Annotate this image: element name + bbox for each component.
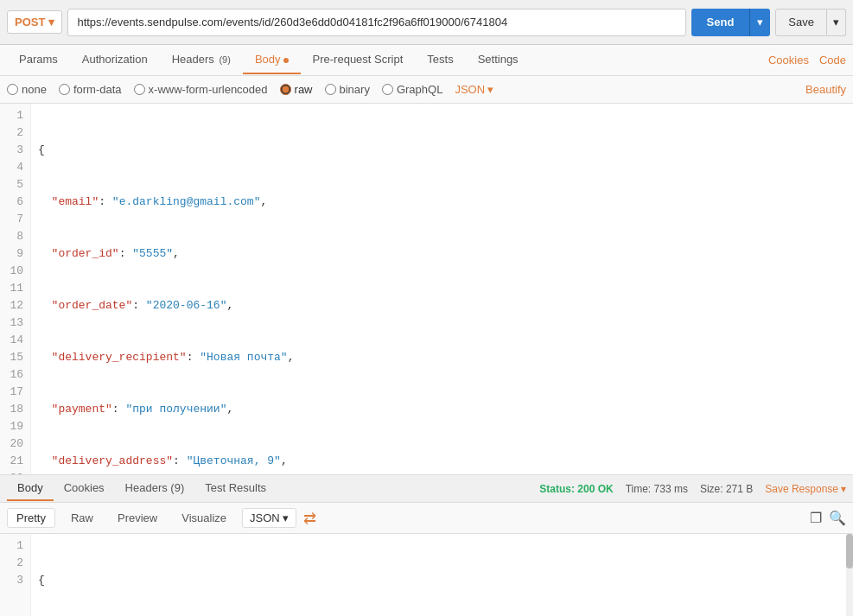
status-info: Status: 200 OK Time: 733 ms Size: 271 B … (539, 483, 846, 495)
body-options-bar: none form-data x-www-form-urlencoded raw… (0, 76, 853, 104)
json-arrow-icon: ▾ (487, 83, 493, 96)
top-bar: POST ▾ Send ▾ Save ▾ (0, 0, 853, 45)
option-form-data[interactable]: form-data (59, 83, 122, 96)
tab-settings[interactable]: Settings (466, 46, 531, 74)
save-button[interactable]: Save (775, 9, 827, 36)
response-body-editor[interactable]: 123 { "result": true } (0, 534, 853, 616)
option-binary[interactable]: binary (325, 83, 370, 96)
cookies-link[interactable]: Cookies (768, 54, 809, 67)
response-time: Time: 733 ms (626, 483, 688, 495)
save-btn-group: Save ▾ (775, 9, 846, 36)
response-preview-btn[interactable]: Preview (109, 509, 166, 527)
line-numbers: 12345 678910 1112131415 1617181920 21222… (0, 104, 31, 475)
save-response-button[interactable]: Save Response ▾ (765, 483, 846, 495)
option-raw[interactable]: raw (280, 83, 313, 96)
response-tab-cookies[interactable]: Cookies (54, 476, 115, 501)
request-body-editor[interactable]: 12345 678910 1112131415 1617181920 21222… (0, 104, 853, 475)
send-btn-group: Send ▾ (691, 9, 771, 36)
option-graphql[interactable]: GraphQL (382, 83, 442, 96)
code-content: { "email": "e.darkling@gmail.com", "orde… (31, 104, 853, 475)
wrap-button[interactable]: ⇄ (303, 509, 316, 528)
tab-right: Cookies Code (768, 54, 846, 67)
response-tab-body[interactable]: Body (7, 476, 54, 501)
tab-authorization[interactable]: Authorization (70, 46, 160, 74)
editor-content: 12345 678910 1112131415 1617181920 21222… (0, 104, 853, 475)
json-type-dropdown[interactable]: JSON ▾ (455, 83, 493, 96)
response-raw-btn[interactable]: Raw (62, 509, 102, 527)
response-json-arrow-icon: ▾ (283, 511, 289, 524)
option-urlencoded[interactable]: x-www-form-urlencoded (134, 83, 268, 96)
beautify-button[interactable]: Beautify (805, 83, 846, 96)
tab-pre-request[interactable]: Pre-request Script (301, 46, 416, 74)
method-label: POST (15, 16, 45, 29)
send-dropdown-button[interactable]: ▾ (749, 9, 770, 36)
response-editor-content: 123 { "result": true } (0, 534, 853, 616)
response-tab-headers[interactable]: Headers (9) (115, 476, 195, 501)
option-none[interactable]: none (7, 83, 47, 96)
copy-button[interactable]: ❐ (810, 510, 822, 526)
response-size: Size: 271 B (700, 483, 753, 495)
response-pretty-btn[interactable]: Pretty (7, 508, 55, 528)
tab-headers[interactable]: Headers (9) (160, 46, 243, 74)
response-tab-bar: Body Cookies Headers (9) Test Results St… (0, 475, 853, 503)
send-button[interactable]: Send (691, 9, 750, 36)
response-json-select[interactable]: JSON ▾ (242, 508, 296, 528)
code-link[interactable]: Code (819, 54, 846, 67)
json-label: JSON (455, 83, 485, 96)
response-toolbar: Pretty Raw Preview Visualize JSON ▾ ⇄ ❐ … (0, 503, 853, 534)
save-response-arrow-icon: ▾ (841, 483, 846, 495)
scrollbar-thumb (846, 534, 853, 568)
url-input[interactable] (67, 9, 685, 36)
tab-params[interactable]: Params (7, 46, 70, 74)
tab-body[interactable]: Body (243, 46, 301, 74)
response-line-numbers: 123 (0, 534, 31, 616)
response-tab-test-results[interactable]: Test Results (194, 476, 277, 501)
response-visualize-btn[interactable]: Visualize (173, 509, 235, 527)
tab-tests[interactable]: Tests (415, 46, 465, 74)
scrollbar-right[interactable] (846, 534, 853, 616)
method-arrow: ▾ (48, 16, 54, 29)
response-json-label: JSON (250, 511, 280, 524)
response-code-content: { "result": true } (31, 534, 853, 616)
search-button[interactable]: 🔍 (829, 510, 846, 526)
tab-bar: Params Authorization Headers (9) Body Pr… (0, 45, 853, 76)
status-badge: Status: 200 OK (539, 483, 613, 495)
save-dropdown-button[interactable]: ▾ (827, 9, 846, 36)
method-select[interactable]: POST ▾ (7, 10, 62, 34)
